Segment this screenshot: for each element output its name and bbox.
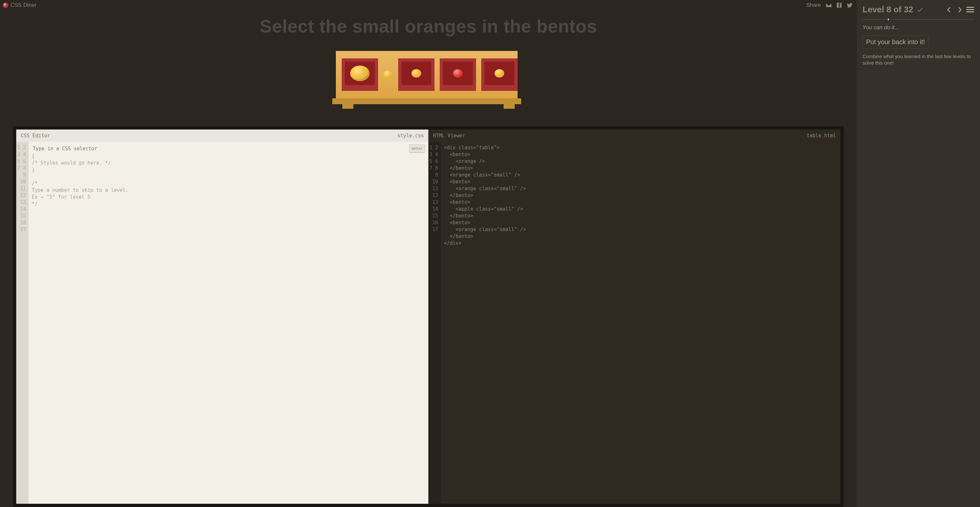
bento[interactable]	[398, 58, 434, 91]
css-editor-title: CSS Editor	[21, 133, 50, 139]
html-line-gutter: 1 2 3 4 5 6 7 8 9 10 11 12 13 14 15 16 1…	[428, 142, 441, 504]
menu-button[interactable]	[966, 7, 974, 12]
next-level-button[interactable]	[956, 6, 963, 13]
twitter-icon[interactable]	[846, 2, 853, 8]
level-subtitle: Put your back into it!	[862, 35, 928, 49]
html-code-area: <div class="table"> <bento> <orange /> <…	[441, 142, 840, 504]
brand-name: CSS Diner	[10, 2, 37, 8]
enter-button[interactable]: enter	[409, 144, 425, 153]
game-table	[0, 51, 857, 109]
apple-small[interactable]	[453, 69, 463, 78]
css-selector-input[interactable]	[32, 145, 407, 153]
css-line-gutter: 1 2 3 4 5 6 7 8 9 10 11 12 13 14 15 16 1…	[16, 142, 29, 504]
email-icon[interactable]	[826, 2, 832, 8]
css-editor-filename: style.css	[398, 133, 424, 139]
bento[interactable]	[440, 58, 476, 91]
tomato-icon	[3, 2, 8, 8]
orange[interactable]	[350, 65, 370, 81]
level-indicator: Level 8 of 32	[862, 5, 913, 14]
share-label: Share	[807, 2, 821, 8]
task-title: Select the small oranges in the bentos	[0, 16, 857, 37]
bento[interactable]	[481, 58, 518, 91]
orange-small[interactable]	[495, 69, 504, 78]
orange-small[interactable]	[383, 70, 393, 79]
brand-logo[interactable]: CSS Diner	[3, 2, 37, 8]
orange-small[interactable]	[412, 69, 421, 78]
level-hint: Combine what you learned in the last few…	[862, 53, 974, 67]
html-viewer-filename: table.html	[807, 133, 836, 139]
prev-level-button[interactable]	[946, 6, 953, 13]
html-viewer-title: HTML Viewer	[433, 133, 465, 139]
level-progress	[862, 19, 974, 20]
css-code-area[interactable]: enter{ /* Styles would go here. */ } /* …	[29, 142, 428, 504]
facebook-icon[interactable]	[836, 2, 842, 8]
checkmark-icon	[916, 6, 924, 13]
bento[interactable]	[342, 58, 378, 91]
encourage-text: You can do it...	[862, 24, 974, 31]
